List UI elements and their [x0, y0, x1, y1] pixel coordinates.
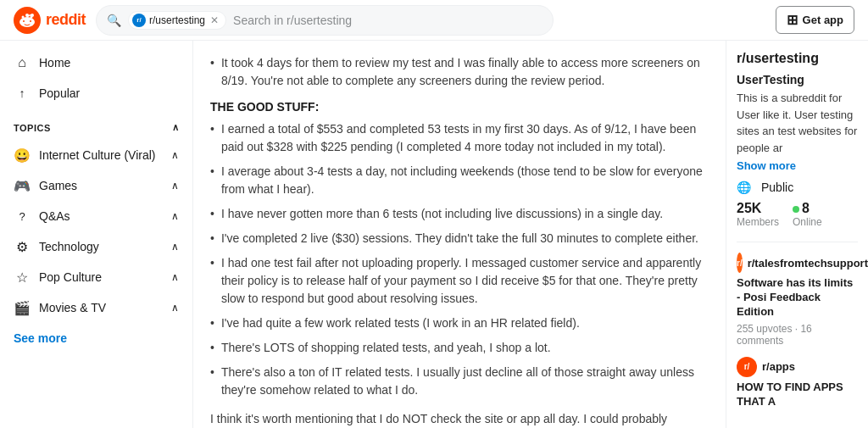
qas-icon: ?	[14, 208, 31, 225]
sidebar: ⌂ Home ↑ Popular TOPICS ∧ 😀 Internet Cul…	[0, 41, 193, 428]
recommended-section: r/ r/talesfromtechsupport Software has i…	[737, 242, 858, 409]
rec-item-talesfromtechsupport: r/ r/talesfromtechsupport Software has i…	[737, 253, 858, 347]
internet-culture-label: Internet Culture (Viral)	[39, 148, 155, 162]
sidebar-item-internet-culture[interactable]: 😀 Internet Culture (Viral) ∧	[0, 140, 192, 170]
close-badge-icon[interactable]: ✕	[210, 14, 219, 26]
get-app-button[interactable]: ⊞ Get app	[776, 6, 854, 34]
chevron-games-icon: ∧	[171, 180, 179, 192]
collapse-topics-icon[interactable]: ∧	[172, 122, 180, 133]
rec-name-tales[interactable]: r/talesfromtechsupport	[748, 257, 868, 270]
games-label: Games	[39, 179, 77, 192]
right-panel: r/usertesting UserTesting This is a subr…	[726, 41, 868, 428]
members-label: Members	[737, 216, 779, 228]
list-item: I had one test fail after not uploading …	[210, 254, 709, 308]
main-content: ⌂ Home ↑ Popular TOPICS ∧ 😀 Internet Cul…	[0, 41, 868, 428]
good-stuff-title: THE GOOD STUFF:	[210, 100, 709, 114]
rec-meta-tales: 255 upvotes · 16 comments	[737, 323, 858, 347]
sidebar-item-games[interactable]: 🎮 Games ∧	[0, 170, 192, 201]
rec-name-apps[interactable]: r/apps	[762, 360, 795, 373]
globe-icon: 🌐	[737, 181, 751, 194]
community-description: This is a subreddit for User like it. Us…	[737, 90, 858, 156]
rec-title-tales: Software has its limits - Posi Feedback …	[737, 276, 858, 320]
logo-text: reddit	[46, 11, 86, 29]
rec-header: r/ r/talesfromtechsupport	[737, 253, 858, 273]
subreddit-badge-icon: r/	[132, 14, 146, 27]
public-label: Public	[761, 181, 793, 194]
svg-point-5	[30, 20, 31, 22]
list-item: I average about 3-4 tests a day, not inc…	[210, 163, 709, 198]
intro-list: It took 4 days for them to review my tes…	[210, 54, 709, 90]
technology-label: Technology	[39, 240, 99, 253]
technology-icon: ⚙	[14, 238, 31, 255]
members-value: 25K	[737, 201, 779, 216]
home-icon: ⌂	[14, 54, 31, 71]
sidebar-item-technology[interactable]: ⚙ Technology ∧	[0, 231, 192, 262]
svg-point-8	[31, 15, 33, 18]
svg-rect-9	[25, 14, 29, 17]
rec-icon-tales: r/	[737, 253, 743, 273]
post-paragraph: I think it's worth mentioning that I do …	[210, 409, 709, 428]
get-app-label: Get app	[803, 14, 843, 26]
popular-icon: ↑	[14, 85, 31, 102]
qas-label: Q&As	[39, 209, 70, 223]
members-stat: 25K Members	[737, 201, 779, 228]
games-icon: 🎮	[14, 177, 31, 194]
reddit-logo-icon	[14, 7, 41, 34]
chevron-pop-culture-icon: ∧	[171, 271, 179, 283]
pop-culture-label: Pop Culture	[39, 270, 102, 284]
list-item: It took 4 days for them to review my tes…	[210, 54, 709, 90]
subreddit-badge[interactable]: r/ r/usertesting ✕	[128, 11, 226, 30]
sidebar-item-pop-culture[interactable]: ☆ Pop Culture ∧	[0, 262, 192, 292]
subreddit-badge-text: r/usertesting	[149, 14, 205, 26]
stats-row: 25K Members 8 Online	[737, 201, 858, 228]
sidebar-home-label: Home	[39, 56, 70, 69]
list-item: I earned a total of $553 and completed 5…	[210, 120, 709, 156]
header: reddit 🔍 r/ r/usertesting ✕ Search in r/…	[0, 0, 868, 41]
sidebar-item-movies-tv[interactable]: 🎬 Movies & TV ∧	[0, 292, 192, 323]
sidebar-item-qas[interactable]: ? Q&As ∧	[0, 201, 192, 231]
topics-label: TOPICS	[14, 123, 51, 133]
list-item: There's also a ton of IT related tests. …	[210, 364, 709, 399]
content-area: It took 4 days for them to review my tes…	[193, 41, 726, 428]
sidebar-item-popular[interactable]: ↑ Popular	[0, 78, 192, 108]
chevron-internet-culture-icon: ∧	[171, 149, 179, 161]
sidebar-popular-label: Popular	[39, 86, 80, 100]
subreddit-title: r/usertesting	[737, 51, 858, 66]
post-intro: It took 4 days for them to review my tes…	[210, 54, 709, 90]
rec-title-apps: HOW TO FIND APPS THAT A	[737, 381, 858, 409]
svg-point-7	[22, 15, 25, 18]
search-bar[interactable]: 🔍 r/ r/usertesting ✕ Search in r/usertes…	[96, 5, 554, 36]
online-dot	[793, 206, 799, 213]
chevron-movies-tv-icon: ∧	[171, 302, 179, 314]
rec-item-apps: r/ r/apps HOW TO FIND APPS THAT A	[737, 357, 858, 409]
pop-culture-icon: ☆	[14, 269, 31, 286]
list-item: I have never gotten more than 6 tests (n…	[210, 205, 709, 223]
community-meta: 🌐 Public	[737, 181, 858, 194]
rec-icon-apps: r/	[737, 357, 757, 377]
movies-tv-label: Movies & TV	[39, 301, 106, 314]
show-more-link[interactable]: Show more	[737, 159, 858, 172]
chevron-qas-icon: ∧	[171, 210, 179, 222]
logo[interactable]: reddit	[14, 7, 86, 34]
search-placeholder: Search in r/usertesting	[233, 14, 352, 27]
search-icon: 🔍	[107, 14, 121, 27]
good-stuff-list: I earned a total of $553 and completed 5…	[210, 120, 709, 399]
qr-icon: ⊞	[787, 12, 798, 28]
list-item: I've completed 2 live ($30) sessions. Th…	[210, 230, 709, 247]
svg-point-4	[23, 20, 25, 22]
internet-culture-icon: 😀	[14, 147, 31, 164]
chevron-technology-icon: ∧	[171, 241, 179, 253]
movies-tv-icon: 🎬	[14, 299, 31, 316]
online-stat: 8 Online	[793, 201, 822, 228]
app-container: reddit 🔍 r/ r/usertesting ✕ Search in r/…	[0, 0, 868, 428]
rec-header-apps: r/ r/apps	[737, 357, 858, 377]
online-label: Online	[793, 216, 822, 228]
online-value: 8	[793, 201, 822, 216]
list-item: There's LOTS of shopping related tests, …	[210, 339, 709, 357]
sidebar-item-home[interactable]: ⌂ Home	[0, 47, 192, 78]
community-title: UserTesting	[737, 73, 858, 86]
list-item: I've had quite a few work related tests …	[210, 314, 709, 332]
topics-section-header: TOPICS ∧	[0, 115, 192, 140]
see-more-link[interactable]: See more	[0, 323, 192, 353]
